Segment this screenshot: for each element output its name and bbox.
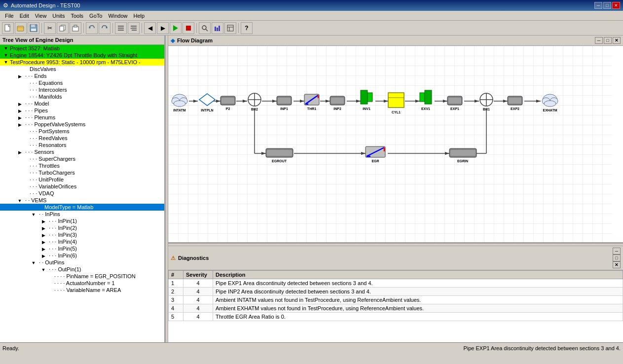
comp-exp2[interactable]: EXP2 bbox=[508, 96, 522, 110]
new-button[interactable] bbox=[2, 22, 14, 34]
flow-svg[interactable]: INTATM INTPLN P2 bbox=[168, 46, 612, 242]
cut-button[interactable]: ✂ bbox=[44, 22, 56, 34]
tree-inpin2[interactable]: ▶ · · · InPin(2) bbox=[0, 224, 164, 231]
diag-maximize[interactable]: □ bbox=[613, 255, 621, 261]
tree-actuatornumber[interactable]: · · · · ActuatorNumber = 1 bbox=[0, 280, 164, 287]
run-button[interactable] bbox=[170, 22, 182, 34]
comp-p2[interactable]: P2 bbox=[220, 96, 235, 110]
tree-poppet[interactable]: ▶ · · · PoppetValveSystems bbox=[0, 121, 164, 128]
comp-egrin[interactable]: EGRIN bbox=[449, 148, 476, 163]
tree-sensors[interactable]: ▶ · · · Sensors bbox=[0, 148, 164, 155]
close-button[interactable]: ✕ bbox=[612, 2, 620, 9]
comp-thr1[interactable]: THR1 bbox=[304, 94, 319, 110]
diag-row[interactable]: 44Ambient EXHATM values not found in Tes… bbox=[169, 304, 623, 313]
undo-button[interactable] bbox=[86, 22, 98, 34]
expand-engine[interactable]: ▼ bbox=[2, 53, 10, 58]
tree-engine-node[interactable]: ▼ Engine 18544: YZ426 Dpt Throttle Body … bbox=[0, 52, 164, 59]
tree-outpin1[interactable]: ▼ · · · OutPin(1) bbox=[0, 266, 164, 273]
diag-minimize[interactable]: ─ bbox=[613, 248, 621, 255]
tree-project-node[interactable]: ▼ Project 3527: Matlab bbox=[0, 45, 164, 52]
menu-tools[interactable]: Tools bbox=[68, 12, 86, 20]
tree-resonators[interactable]: · · · Resonators bbox=[0, 142, 164, 148]
stop-button[interactable] bbox=[183, 22, 194, 34]
expand-test[interactable]: ▼ bbox=[2, 60, 10, 65]
diag-close[interactable]: ✕ bbox=[613, 261, 621, 268]
tree-variableorifices[interactable]: · · · VariableOrifices bbox=[0, 183, 164, 190]
tree-turbochargers[interactable]: · · · TurboChargers bbox=[0, 169, 164, 176]
tree-variablename[interactable]: · · · · VariableName = AREA bbox=[0, 287, 164, 293]
tree-discvalves[interactable]: DiscValves bbox=[0, 66, 164, 73]
menu-units[interactable]: Units bbox=[49, 12, 68, 20]
diag-row[interactable]: 34Ambient INTATM values not found in Tes… bbox=[169, 296, 623, 304]
tree-ends[interactable]: ▶ · · · Ends bbox=[0, 73, 164, 79]
zoom-button[interactable] bbox=[199, 22, 211, 34]
tree-inpin4[interactable]: ▶ · · · InPin(4) bbox=[0, 238, 164, 245]
tree-test-node[interactable]: ▼ TestProcedure 9953: Static - 10000 rpm… bbox=[0, 59, 164, 66]
comp-exhatm[interactable]: EXHATM bbox=[542, 94, 558, 112]
tree-throttles[interactable]: · · · Throttles bbox=[0, 162, 164, 169]
copy-button[interactable] bbox=[57, 22, 69, 34]
tree-inpin3[interactable]: ▶ · · · InPin(3) bbox=[0, 231, 164, 238]
tree-outpins[interactable]: ▼ · · OutPins bbox=[0, 259, 164, 266]
menu-view[interactable]: View bbox=[32, 12, 50, 20]
flow-close[interactable]: ✕ bbox=[613, 37, 621, 44]
comp-cyl1[interactable]: CYL1 bbox=[388, 93, 404, 114]
menu-edit[interactable]: Edit bbox=[17, 12, 32, 20]
tree-pinname[interactable]: · · · · PinName = EGR_POSITION bbox=[0, 273, 164, 280]
comp-egr[interactable]: EGR bbox=[366, 146, 385, 163]
minimize-button[interactable]: ─ bbox=[594, 2, 602, 9]
tree-inpin5[interactable]: ▶ · · · InPin(5) bbox=[0, 245, 164, 252]
comp-intatm[interactable]: INTATM bbox=[172, 94, 187, 112]
diag-content[interactable]: # Severity Description 14Pipe EXP1 Area … bbox=[168, 270, 623, 342]
menu-file[interactable]: File bbox=[2, 12, 17, 20]
redo-button[interactable] bbox=[99, 22, 110, 34]
help-button[interactable]: ? bbox=[241, 22, 253, 34]
tree-intercoolers[interactable]: · · · Intercoolers bbox=[0, 86, 164, 93]
tree-portsystems[interactable]: · · · PortSystems bbox=[0, 128, 164, 135]
tree-content[interactable]: ▼ Project 3527: Matlab ▼ Engine 18544: Y… bbox=[0, 45, 164, 342]
tree-vems[interactable]: ▼ · · VEMS bbox=[0, 197, 164, 204]
tree-superchargers[interactable]: · · · SuperChargers bbox=[0, 155, 164, 162]
tree-inpins[interactable]: ▼ · · InPins bbox=[0, 211, 164, 218]
comp-intpln[interactable]: INTPLN bbox=[199, 94, 215, 112]
comp-exv1[interactable]: EXV1 bbox=[420, 90, 432, 110]
comp-br2[interactable]: BR2 bbox=[248, 93, 261, 111]
paste-button[interactable] bbox=[70, 22, 81, 34]
diag-row[interactable]: 24Pipe INP2 Area discontinuity detected … bbox=[169, 288, 623, 296]
menu-goto[interactable]: GoTo bbox=[86, 12, 105, 20]
comp-inp2[interactable]: INP2 bbox=[330, 96, 345, 110]
flow-minimize[interactable]: ─ bbox=[595, 37, 603, 44]
comp-br1[interactable]: BR1 bbox=[480, 93, 493, 111]
comp-exp1[interactable]: EXP1 bbox=[447, 96, 462, 110]
comp-inp1[interactable]: INP1 bbox=[277, 96, 292, 110]
save-button[interactable] bbox=[28, 22, 39, 34]
tree-equations[interactable]: · · · Equations bbox=[0, 79, 164, 86]
menu-help[interactable]: Help bbox=[131, 12, 148, 20]
tree-plenums[interactable]: ▶ · · · Plenums bbox=[0, 114, 164, 121]
maximize-button[interactable]: □ bbox=[603, 2, 611, 9]
diag-row[interactable]: 54Throttle EGR Area Ratio is 0. bbox=[169, 313, 623, 321]
tree-reedvalves[interactable]: · · · ReedValves bbox=[0, 135, 164, 142]
indent-button[interactable] bbox=[128, 22, 140, 34]
tree-manifolds[interactable]: · · · Manifolds bbox=[0, 93, 164, 100]
open-button[interactable] bbox=[15, 22, 27, 34]
tree-pipes[interactable]: ▶ · · · Pipes bbox=[0, 107, 164, 114]
menu-window[interactable]: Window bbox=[105, 12, 130, 20]
flow-content[interactable]: INTATM INTPLN P2 bbox=[168, 46, 623, 242]
properties-button[interactable] bbox=[224, 22, 236, 34]
tree-model[interactable]: ▶ · · · Model bbox=[0, 100, 164, 107]
expand-project[interactable]: ▼ bbox=[2, 46, 10, 51]
comp-inv1[interactable]: INV1 bbox=[361, 90, 372, 110]
flow-maximize[interactable]: □ bbox=[604, 37, 612, 44]
tree-modeltype[interactable]: ModelType = Matlab bbox=[0, 204, 164, 211]
list-button[interactable] bbox=[115, 22, 127, 34]
comp-egrout[interactable]: EGROUT bbox=[266, 148, 293, 163]
tree-inpin1[interactable]: ▶ · · · InPin(1) bbox=[0, 218, 164, 224]
chart-button[interactable] bbox=[212, 22, 223, 34]
tree-unitprofile[interactable]: · · · UnitProfile bbox=[0, 176, 164, 183]
back-button[interactable]: ◀ bbox=[144, 22, 156, 34]
tree-vdaq[interactable]: · · · VDAQ bbox=[0, 190, 164, 197]
fwd-button[interactable]: ▶ bbox=[157, 22, 169, 34]
diag-row[interactable]: 14Pipe EXP1 Area discontinuity detected … bbox=[169, 279, 623, 288]
tree-inpin6[interactable]: ▶ · · · InPin(6) bbox=[0, 252, 164, 259]
